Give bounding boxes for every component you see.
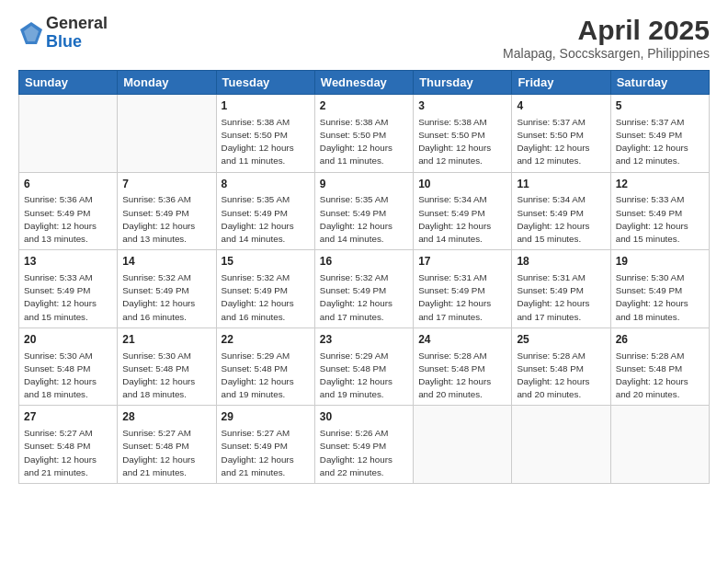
day-number: 23 <box>320 332 408 348</box>
day-info: Sunrise: 5:38 AM Sunset: 5:50 PM Dayligh… <box>418 116 506 168</box>
day-number: 13 <box>24 254 112 270</box>
logo-text: General Blue <box>46 15 108 52</box>
calendar-cell: 9Sunrise: 5:35 AM Sunset: 5:49 PM Daylig… <box>314 172 413 250</box>
day-info: Sunrise: 5:32 AM Sunset: 5:49 PM Dayligh… <box>320 271 408 324</box>
day-number: 25 <box>517 332 605 348</box>
day-number: 4 <box>517 98 605 114</box>
day-number: 18 <box>517 254 605 270</box>
day-info: Sunrise: 5:37 AM Sunset: 5:49 PM Dayligh… <box>616 116 704 168</box>
weekday-header: Thursday <box>414 71 512 95</box>
logo-general: General <box>46 15 108 33</box>
day-info: Sunrise: 5:27 AM Sunset: 5:49 PM Dayligh… <box>222 427 310 479</box>
day-number: 10 <box>418 177 506 192</box>
month-year: April 2025 <box>503 15 710 46</box>
logo: General Blue <box>18 15 108 52</box>
calendar-cell: 25Sunrise: 5:28 AM Sunset: 5:48 PM Dayli… <box>512 327 610 406</box>
day-number: 15 <box>222 254 310 270</box>
day-number: 14 <box>122 254 210 270</box>
day-info: Sunrise: 5:30 AM Sunset: 5:48 PM Dayligh… <box>24 350 112 402</box>
day-number: 2 <box>320 98 408 114</box>
day-info: Sunrise: 5:38 AM Sunset: 5:50 PM Dayligh… <box>222 116 310 168</box>
day-info: Sunrise: 5:28 AM Sunset: 5:48 PM Dayligh… <box>418 350 506 402</box>
calendar-cell: 15Sunrise: 5:32 AM Sunset: 5:49 PM Dayli… <box>216 250 314 328</box>
day-info: Sunrise: 5:27 AM Sunset: 5:48 PM Dayligh… <box>122 427 210 479</box>
weekday-header: Friday <box>512 71 610 95</box>
day-number: 20 <box>24 332 112 348</box>
calendar-cell: 27Sunrise: 5:27 AM Sunset: 5:48 PM Dayli… <box>19 406 118 484</box>
calendar-cell: 23Sunrise: 5:29 AM Sunset: 5:48 PM Dayli… <box>314 327 413 406</box>
calendar-cell <box>512 406 610 484</box>
weekday-header: Tuesday <box>216 71 314 95</box>
week-row: 13Sunrise: 5:33 AM Sunset: 5:49 PM Dayli… <box>19 250 710 328</box>
day-number: 29 <box>222 409 310 425</box>
calendar-cell: 10Sunrise: 5:34 AM Sunset: 5:49 PM Dayli… <box>414 172 512 250</box>
calendar-cell: 28Sunrise: 5:27 AM Sunset: 5:48 PM Dayli… <box>118 406 216 484</box>
day-number: 28 <box>122 409 210 425</box>
day-number: 16 <box>320 254 408 270</box>
day-info: Sunrise: 5:29 AM Sunset: 5:48 PM Dayligh… <box>320 350 408 402</box>
day-info: Sunrise: 5:28 AM Sunset: 5:48 PM Dayligh… <box>616 350 704 402</box>
calendar-cell: 20Sunrise: 5:30 AM Sunset: 5:48 PM Dayli… <box>19 327 118 406</box>
weekday-header: Monday <box>118 71 216 95</box>
day-info: Sunrise: 5:31 AM Sunset: 5:49 PM Dayligh… <box>517 271 605 324</box>
calendar-cell: 13Sunrise: 5:33 AM Sunset: 5:49 PM Dayli… <box>19 250 118 328</box>
day-info: Sunrise: 5:33 AM Sunset: 5:49 PM Dayligh… <box>24 271 112 324</box>
calendar-cell: 24Sunrise: 5:28 AM Sunset: 5:48 PM Dayli… <box>414 327 512 406</box>
title-block: April 2025 Malapag, Soccsksargen, Philip… <box>503 15 710 61</box>
calendar-cell: 18Sunrise: 5:31 AM Sunset: 5:49 PM Dayli… <box>512 250 610 328</box>
weekday-header: Sunday <box>19 71 118 95</box>
day-info: Sunrise: 5:36 AM Sunset: 5:49 PM Dayligh… <box>24 193 112 246</box>
calendar-body: 1Sunrise: 5:38 AM Sunset: 5:50 PM Daylig… <box>19 95 710 484</box>
calendar-cell: 22Sunrise: 5:29 AM Sunset: 5:48 PM Dayli… <box>216 327 314 406</box>
calendar-cell: 7Sunrise: 5:36 AM Sunset: 5:49 PM Daylig… <box>118 172 216 250</box>
day-number: 9 <box>320 177 408 192</box>
week-row: 27Sunrise: 5:27 AM Sunset: 5:48 PM Dayli… <box>19 406 710 484</box>
day-info: Sunrise: 5:28 AM Sunset: 5:48 PM Dayligh… <box>517 350 605 402</box>
day-number: 24 <box>418 332 506 348</box>
day-info: Sunrise: 5:35 AM Sunset: 5:49 PM Dayligh… <box>320 193 408 246</box>
week-row: 6Sunrise: 5:36 AM Sunset: 5:49 PM Daylig… <box>19 172 710 250</box>
day-number: 22 <box>222 332 310 348</box>
location: Malapag, Soccsksargen, Philippines <box>503 46 710 61</box>
day-number: 11 <box>517 177 605 192</box>
day-info: Sunrise: 5:35 AM Sunset: 5:49 PM Dayligh… <box>222 193 310 246</box>
day-info: Sunrise: 5:34 AM Sunset: 5:49 PM Dayligh… <box>517 193 605 246</box>
day-number: 3 <box>418 98 506 114</box>
calendar-cell: 17Sunrise: 5:31 AM Sunset: 5:49 PM Dayli… <box>414 250 512 328</box>
calendar-cell: 3Sunrise: 5:38 AM Sunset: 5:50 PM Daylig… <box>414 95 512 173</box>
page: General Blue April 2025 Malapag, Soccsks… <box>0 0 728 563</box>
day-info: Sunrise: 5:29 AM Sunset: 5:48 PM Dayligh… <box>222 350 310 402</box>
day-info: Sunrise: 5:30 AM Sunset: 5:49 PM Dayligh… <box>616 271 704 324</box>
calendar-cell: 5Sunrise: 5:37 AM Sunset: 5:49 PM Daylig… <box>610 95 709 173</box>
day-number: 30 <box>320 409 408 425</box>
day-info: Sunrise: 5:30 AM Sunset: 5:48 PM Dayligh… <box>122 350 210 402</box>
day-number: 6 <box>24 177 112 192</box>
calendar-cell: 6Sunrise: 5:36 AM Sunset: 5:49 PM Daylig… <box>19 172 118 250</box>
calendar-cell <box>19 95 118 173</box>
calendar-cell <box>414 406 512 484</box>
week-row: 1Sunrise: 5:38 AM Sunset: 5:50 PM Daylig… <box>19 95 710 173</box>
calendar-cell: 12Sunrise: 5:33 AM Sunset: 5:49 PM Dayli… <box>610 172 709 250</box>
day-info: Sunrise: 5:36 AM Sunset: 5:49 PM Dayligh… <box>122 193 210 246</box>
header: General Blue April 2025 Malapag, Soccsks… <box>18 15 710 61</box>
day-info: Sunrise: 5:38 AM Sunset: 5:50 PM Dayligh… <box>320 116 408 168</box>
day-number: 26 <box>616 332 704 348</box>
calendar-cell: 14Sunrise: 5:32 AM Sunset: 5:49 PM Dayli… <box>118 250 216 328</box>
logo-icon <box>18 20 44 46</box>
day-number: 27 <box>24 409 112 425</box>
calendar: SundayMondayTuesdayWednesdayThursdayFrid… <box>18 70 710 484</box>
calendar-cell: 2Sunrise: 5:38 AM Sunset: 5:50 PM Daylig… <box>314 95 413 173</box>
calendar-cell: 30Sunrise: 5:26 AM Sunset: 5:49 PM Dayli… <box>314 406 413 484</box>
calendar-cell: 4Sunrise: 5:37 AM Sunset: 5:50 PM Daylig… <box>512 95 610 173</box>
weekday-row: SundayMondayTuesdayWednesdayThursdayFrid… <box>19 71 710 95</box>
day-info: Sunrise: 5:33 AM Sunset: 5:49 PM Dayligh… <box>616 193 704 246</box>
logo-blue: Blue <box>46 33 108 52</box>
day-number: 7 <box>122 177 210 192</box>
calendar-cell <box>118 95 216 173</box>
calendar-cell: 1Sunrise: 5:38 AM Sunset: 5:50 PM Daylig… <box>216 95 314 173</box>
calendar-cell: 19Sunrise: 5:30 AM Sunset: 5:49 PM Dayli… <box>610 250 709 328</box>
day-info: Sunrise: 5:32 AM Sunset: 5:49 PM Dayligh… <box>122 271 210 324</box>
day-info: Sunrise: 5:37 AM Sunset: 5:50 PM Dayligh… <box>517 116 605 168</box>
calendar-cell: 11Sunrise: 5:34 AM Sunset: 5:49 PM Dayli… <box>512 172 610 250</box>
day-info: Sunrise: 5:27 AM Sunset: 5:48 PM Dayligh… <box>24 427 112 479</box>
